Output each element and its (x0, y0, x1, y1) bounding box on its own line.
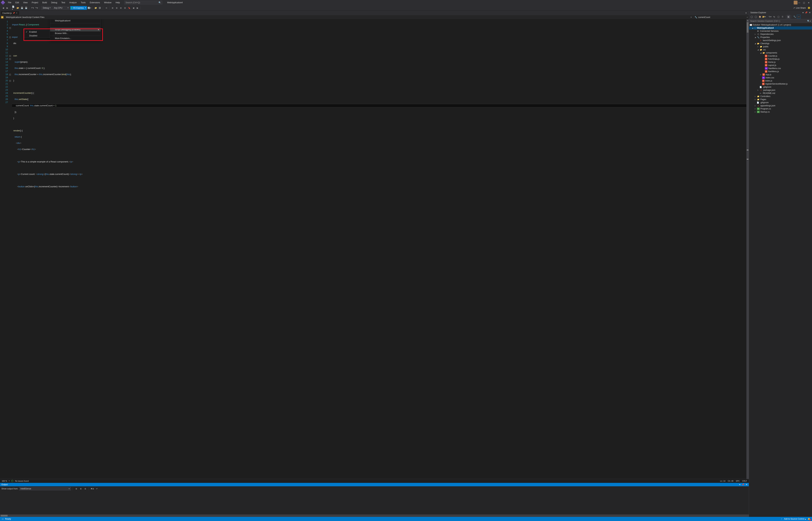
tree-gitignore-clientapp[interactable]: 📄.gitignore (749, 86, 812, 89)
tree-connected-services[interactable]: ⚙Connected Services (749, 29, 812, 32)
start-debugging-button[interactable]: IIS Express ▼ (70, 6, 87, 10)
tree-gitignore-root[interactable]: 📄.gitignore (749, 101, 812, 104)
sln-properties-button[interactable]: 🔧 (793, 15, 796, 19)
tree-dependencies[interactable]: ▷ ⬡Dependencies (749, 32, 812, 36)
tree-components[interactable]: ◢ 📂components (749, 51, 812, 54)
tree-readme[interactable]: M↓README.md (749, 92, 812, 95)
output-next-button[interactable]: ≣ (84, 487, 87, 491)
chevron-down-icon[interactable]: ◢ (754, 43, 756, 44)
web-button[interactable]: 🖼 (98, 6, 102, 10)
split-editor-icon[interactable]: ⬍ (747, 20, 748, 22)
sln-fwd-button[interactable]: ◯ (754, 15, 758, 19)
menu-window[interactable]: Window (103, 1, 113, 4)
menu-edit[interactable]: Edit (14, 1, 21, 4)
dd-browse-with[interactable]: Browse With... (50, 31, 100, 35)
nav-fwd-button[interactable]: ▶ (5, 6, 9, 10)
tree-package-json[interactable]: ▷{}package.json (749, 89, 812, 92)
pin-panel-icon[interactable]: 📌 (805, 12, 808, 14)
chevron-down-icon[interactable]: ◢ (760, 52, 762, 54)
solution-search-box[interactable]: Search Solution Explorer (Ctrl+;) 🔍▾ (749, 19, 812, 23)
browser-link-button[interactable]: 📁 (94, 6, 97, 10)
refresh-button[interactable]: 🔄▾ (88, 6, 91, 10)
tree-controllers[interactable]: ▷📁Controllers (749, 95, 812, 98)
output-source-combo[interactable]: IntelliSense ▼ (19, 487, 71, 491)
chevron-right-icon[interactable]: ▷ (760, 74, 762, 75)
zoom-level[interactable]: 100 % (2, 480, 7, 482)
output-goto-button[interactable]: ≣ (74, 487, 78, 491)
nav-scope-combo[interactable]: WebApplication4 JavaScript Content Files (5, 16, 689, 19)
menu-build[interactable]: Build (41, 1, 49, 4)
save-button[interactable]: 💾 (20, 6, 24, 10)
tree-layout-js[interactable]: Layout.js (749, 64, 812, 67)
chevron-right-icon[interactable]: ▷ (754, 108, 756, 110)
close-panel-icon[interactable]: ✕ (746, 483, 747, 486)
sln-view-button[interactable]: — (797, 15, 800, 19)
maximize-button[interactable]: ▢ (803, 2, 805, 4)
output-prev-button[interactable]: ≣ (79, 487, 83, 491)
tree-src[interactable]: ◢ 📂src (749, 48, 812, 51)
submenu-enabled[interactable]: Enabled (24, 30, 50, 34)
bookmark-button[interactable]: 🔖 (128, 6, 131, 10)
next-bookmark-button[interactable]: ▶ (136, 6, 139, 10)
sln-home-button[interactable]: 🏠 (758, 15, 762, 19)
add-source-control-button[interactable]: Add to Source Control ▴ (784, 518, 806, 520)
code-editor[interactable]: 1234567891011121314151617181920212223242… (0, 19, 749, 479)
menu-tools[interactable]: Tools (79, 1, 87, 4)
close-panel-icon[interactable]: ✕ (809, 12, 811, 14)
step-button[interactable]: ⇥ (105, 6, 108, 10)
menu-debug[interactable]: Debug (49, 1, 59, 4)
menu-analyze[interactable]: Analyze (68, 1, 78, 4)
new-project-button[interactable]: 📄▾ (12, 6, 15, 10)
menu-extensions[interactable]: Extensions (88, 1, 102, 4)
issues-status[interactable]: No issues found (15, 480, 29, 482)
redo-button[interactable]: ↷▾ (35, 6, 38, 10)
tree-index-css[interactable]: #index.css (749, 76, 812, 79)
tree-navmenu-js[interactable]: NavMenu.js (749, 70, 812, 73)
chevron-right-icon[interactable]: ▷ (754, 33, 756, 35)
menu-project[interactable]: Project (30, 1, 40, 4)
save-all-button[interactable]: 💾 (24, 6, 28, 10)
open-file-button[interactable]: 📂 (16, 6, 20, 10)
editor-vertical-scrollbar[interactable]: ⬍ (746, 19, 749, 479)
tab-counter-js[interactable]: Counter.js 📌 ✕ (1, 11, 19, 15)
chevron-right-icon[interactable]: ▷ (754, 95, 756, 97)
output-text-area[interactable] (0, 491, 749, 515)
output-panel-header[interactable]: Output ▾ 📌 ✕ (0, 483, 749, 486)
sln-sync-button[interactable]: 📂▾ (762, 15, 766, 19)
nav-member-combo[interactable]: 🔧 currentCount (694, 16, 745, 19)
chevron-right-icon[interactable]: ▷ (754, 105, 756, 107)
output-clear-button[interactable]: ✖≣ (91, 487, 94, 491)
tree-index-js[interactable]: index.js (749, 79, 812, 82)
sln-showall-button[interactable]: ▢ (776, 15, 780, 19)
solution-tree[interactable]: Solution 'WebApplication4' (1 of 1 proje… (749, 23, 812, 517)
nav-back-button[interactable]: ◀ (1, 6, 5, 10)
user-avatar-icon[interactable] (794, 1, 797, 4)
tree-app-js[interactable]: ▷App.js (749, 73, 812, 76)
close-window-button[interactable]: ✕ (808, 2, 810, 4)
indent-button[interactable]: ≣ (115, 6, 118, 10)
tab-overflow-button[interactable]: ▾ (744, 11, 748, 15)
dd-webapplication4-profile[interactable]: WebApplication4 (50, 19, 100, 23)
tree-clientapp[interactable]: ◢ 📂ClientApp (749, 42, 812, 45)
tree-navmenu-css[interactable]: #NavMenu.css (749, 67, 812, 70)
code-content[interactable]: import React, { Component expor dis con … (12, 19, 746, 479)
output-wrap-button[interactable]: ↩ (95, 487, 98, 491)
tree-counter-js[interactable]: Counter.js (749, 54, 812, 58)
sln-back-button[interactable]: ◯ (750, 15, 753, 19)
tree-launchsettings[interactable]: {}launchSettings.json (749, 39, 812, 42)
feedback-button[interactable]: 🙂 (807, 6, 811, 10)
tree-appsettings[interactable]: ▷{}appsettings.json (749, 104, 812, 107)
pin-panel-icon[interactable]: 📌 (742, 483, 744, 486)
close-tab-icon[interactable]: ✕ (16, 12, 18, 14)
comment-button[interactable]: ≣ (119, 6, 122, 10)
chevron-down-icon[interactable]: ◢ (757, 49, 759, 51)
tree-home-js[interactable]: Home.js (749, 61, 812, 64)
tree-project-webapplication4[interactable]: ◢ WebApplication4 (749, 26, 812, 29)
outdent-button[interactable]: ≣ (111, 6, 114, 10)
quick-launch-search[interactable]: Search (Ctrl+Q) 🔍 (124, 1, 162, 4)
chevron-right-icon[interactable]: ▷ (757, 46, 759, 47)
tree-fetchdata-js[interactable]: FetchData.js (749, 58, 812, 61)
undo-button[interactable]: ↶▾ (31, 6, 34, 10)
panel-dropdown-icon[interactable]: ▾ (739, 483, 740, 486)
chevron-down-icon[interactable]: ◢ (751, 27, 753, 29)
